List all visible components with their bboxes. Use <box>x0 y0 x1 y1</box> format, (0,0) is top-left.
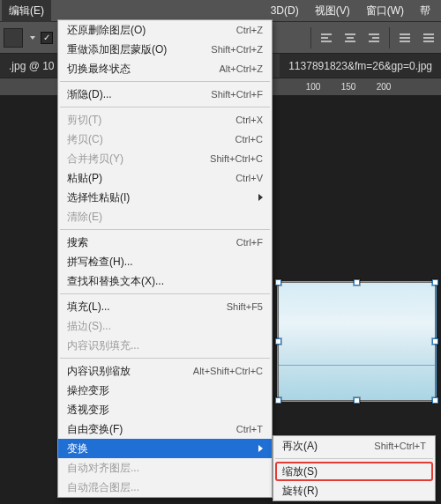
distribute-v-icon[interactable] <box>420 29 437 47</box>
menu-item[interactable]: 选择性粘贴(I) <box>58 188 272 207</box>
menu-item: 自动混合图层... <box>58 478 272 497</box>
menu-item: 内容识别填充... <box>58 336 272 355</box>
menu-item-label: 自动对齐图层... <box>67 461 263 476</box>
menu-item[interactable]: 拼写检查(H)... <box>58 252 272 271</box>
menu-item[interactable]: 内容识别缩放Alt+Shift+Ctrl+C <box>58 361 272 381</box>
chevron-right-icon <box>258 194 263 201</box>
ruler-tick-label: 100 <box>306 82 321 92</box>
menu-item-shortcut: Shift+Ctrl+F <box>211 89 263 100</box>
menu-item[interactable]: 查找和替换文本(X)... <box>58 271 272 291</box>
menu-item[interactable]: 再次(A)Shift+Ctrl+T <box>273 436 435 456</box>
menu-item-label: 还原删除图层(O) <box>67 23 215 38</box>
menu-separator <box>60 229 270 230</box>
menu-item[interactable]: 重做添加图层蒙版(O)Shift+Ctrl+Z <box>58 40 272 59</box>
menu-item-label: 内容识别填充... <box>67 338 263 353</box>
ruler-tick-label: 150 <box>341 82 356 92</box>
menu-item[interactable]: 操控变形 <box>58 381 272 400</box>
menu-item[interactable]: 粘贴(P)Ctrl+V <box>58 168 272 188</box>
edit-dropdown-menu[interactable]: 还原删除图层(O)Ctrl+Z重做添加图层蒙版(O)Shift+Ctrl+Z切换… <box>57 19 273 498</box>
align-center-icon[interactable] <box>341 29 359 47</box>
menu-item[interactable]: 搜索Ctrl+F <box>58 233 272 252</box>
toolbar-divider <box>389 27 390 48</box>
menu-separator <box>275 458 433 459</box>
menu-item[interactable]: 缩放(S) <box>273 462 435 481</box>
transform-handle-n[interactable] <box>354 279 360 285</box>
transform-handle-nw[interactable] <box>275 279 281 285</box>
menu-item-shortcut: Ctrl+Z <box>236 25 263 35</box>
image-canvas[interactable] <box>278 282 436 401</box>
menu-item-shortcut: Shift+F5 <box>227 301 263 312</box>
menu-item-label: 描边(S)... <box>67 319 263 334</box>
align-left-icon[interactable] <box>318 29 336 47</box>
menu-item-label: 拼写检查(H)... <box>67 255 263 270</box>
menu-item-label: 选择性粘贴(I) <box>67 190 251 205</box>
transform-handle-s[interactable] <box>354 397 360 404</box>
menubar: 编辑(E) 3D(D) 视图(V) 窗口(W) 帮 <box>0 0 441 21</box>
toolbar-divider <box>310 27 311 48</box>
menu-item-label: 自由变换(F) <box>67 422 215 437</box>
menu-item: 拷贝(C)Ctrl+C <box>58 130 272 149</box>
menu-item[interactable]: 透视变形 <box>58 400 272 419</box>
tool-swatch[interactable] <box>4 28 23 48</box>
horizon-line <box>279 365 435 366</box>
menu-item: 清除(E) <box>58 207 272 226</box>
menu-item-label: 填充(L)... <box>67 300 206 315</box>
menu-separator <box>60 358 270 359</box>
menu-item-shortcut: Ctrl+F <box>236 237 263 248</box>
menu-item[interactable]: 切换最终状态Alt+Ctrl+Z <box>58 59 272 78</box>
menu-item[interactable]: 自由变换(F)Ctrl+T <box>58 419 272 439</box>
menu-item-label: 拷贝(C) <box>67 132 214 147</box>
menu-item-shortcut: Ctrl+V <box>235 173 263 183</box>
menu-edit[interactable]: 编辑(E) <box>2 0 51 22</box>
menu-item-label: 搜索 <box>67 235 215 250</box>
menu-separator <box>60 81 270 82</box>
transform-handle-sw[interactable] <box>275 397 281 404</box>
menu-item: 自动对齐图层... <box>58 458 272 478</box>
transform-handle-e[interactable] <box>432 338 438 345</box>
menu-separator <box>60 293 270 294</box>
align-right-icon[interactable] <box>364 29 382 47</box>
menu-item-label: 透视变形 <box>67 403 263 418</box>
menu-item-label: 粘贴(P) <box>67 171 214 186</box>
document-tab-right[interactable]: 1137891823&fm=26&gp=0.jpg <box>280 54 441 78</box>
transform-handle-w[interactable] <box>275 338 281 345</box>
menu-item[interactable]: 渐隐(D)...Shift+Ctrl+F <box>58 85 272 104</box>
transform-handle-ne[interactable] <box>432 279 438 285</box>
chevron-down-icon[interactable] <box>30 36 35 40</box>
menu-item-shortcut: Shift+Ctrl+Z <box>211 44 263 55</box>
menu-item: 描边(S)... <box>58 316 272 336</box>
menu-separator <box>60 107 270 107</box>
transform-submenu[interactable]: 再次(A)Shift+Ctrl+T缩放(S)旋转(R) <box>273 435 436 501</box>
ruler-tick-label: 200 <box>377 82 392 92</box>
menu-item: 剪切(T)Ctrl+X <box>58 110 272 130</box>
transform-handle-se[interactable] <box>432 397 438 404</box>
menu-help[interactable]: 帮 <box>413 0 437 22</box>
menu-item[interactable]: 旋转(R) <box>273 481 435 500</box>
menu-item-shortcut: Alt+Ctrl+Z <box>219 63 263 74</box>
menu-item-label: 合并拷贝(Y) <box>67 152 189 167</box>
document-tab-left[interactable]: .jpg @ 10 <box>0 54 64 78</box>
menu-item-label: 内容识别缩放 <box>67 364 172 379</box>
menu-item-label: 自动混合图层... <box>67 480 263 495</box>
menu-item-shortcut: Shift+Ctrl+C <box>210 153 263 164</box>
auto-select-checkbox[interactable]: ✓ <box>41 32 53 44</box>
menu-item-label: 变换 <box>67 441 251 456</box>
menu-item-label: 查找和替换文本(X)... <box>67 274 263 289</box>
menu-item[interactable]: 填充(L)...Shift+F5 <box>58 297 272 316</box>
menu-item[interactable]: 还原删除图层(O)Ctrl+Z <box>58 20 272 40</box>
menu-item-label: 剪切(T) <box>67 113 214 128</box>
menu-item: 合并拷贝(Y)Shift+Ctrl+C <box>58 149 272 168</box>
menu-item-label: 切换最终状态 <box>67 62 198 77</box>
distribute-h-icon[interactable] <box>397 29 415 47</box>
transform-bbox[interactable] <box>277 281 437 402</box>
menu-view[interactable]: 视图(V) <box>308 0 357 22</box>
menu-3d[interactable]: 3D(D) <box>264 1 306 20</box>
menu-item-label: 旋转(R) <box>282 484 426 499</box>
menu-item-label: 操控变形 <box>67 383 263 398</box>
menu-item-shortcut: Alt+Shift+Ctrl+C <box>193 366 263 376</box>
menu-item[interactable]: 变换 <box>58 439 272 458</box>
chevron-right-icon <box>258 445 263 452</box>
menu-item-label: 渐隐(D)... <box>67 87 190 102</box>
menu-window[interactable]: 窗口(W) <box>359 0 411 22</box>
menu-item-shortcut: Shift+Ctrl+T <box>374 441 426 451</box>
